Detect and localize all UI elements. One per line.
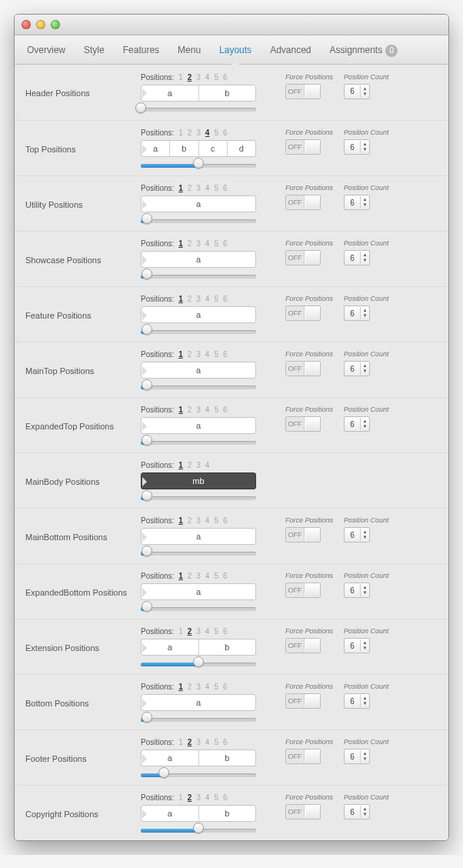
position-cell[interactable]: a: [142, 584, 255, 599]
position-count-stepper[interactable]: 6▲▼: [344, 139, 370, 155]
position-cells[interactable]: a: [141, 195, 256, 212]
tab-overview[interactable]: Overview: [18, 35, 75, 65]
width-slider[interactable]: [141, 439, 256, 446]
position-cells[interactable]: ab: [141, 639, 256, 656]
stepper-arrows-icon[interactable]: ▲▼: [360, 196, 369, 209]
position-count-stepper[interactable]: 6▲▼: [344, 583, 370, 598]
force-positions-toggle[interactable]: OFF: [285, 749, 321, 764]
width-slider[interactable]: [141, 272, 256, 280]
force-positions-toggle[interactable]: OFF: [285, 693, 321, 709]
width-slider[interactable]: [141, 771, 256, 779]
slider-knob[interactable]: [142, 546, 152, 556]
position-count-stepper[interactable]: 6▲▼: [344, 361, 370, 376]
slider-knob[interactable]: [193, 823, 204, 833]
position-count-stepper[interactable]: 6▲▼: [344, 804, 370, 820]
position-cell[interactable]: c: [199, 141, 228, 156]
width-slider[interactable]: [141, 716, 256, 723]
slider-knob[interactable]: [142, 601, 152, 612]
width-slider[interactable]: [141, 494, 256, 502]
position-cell[interactable]: b: [170, 141, 198, 156]
position-count-stepper[interactable]: 6▲▼: [344, 416, 370, 432]
slider-knob[interactable]: [142, 490, 152, 501]
slider-knob[interactable]: [158, 767, 169, 778]
tab-features[interactable]: Features: [114, 35, 168, 65]
slider-knob[interactable]: [142, 379, 152, 390]
position-cell[interactable]: b: [199, 750, 256, 766]
position-cell[interactable]: b: [199, 639, 256, 655]
position-cells[interactable]: ab: [141, 749, 256, 766]
position-cell[interactable]: d: [228, 141, 255, 156]
force-positions-toggle[interactable]: OFF: [285, 305, 321, 321]
position-cells[interactable]: a: [141, 528, 256, 545]
position-cell[interactable]: a: [142, 362, 255, 378]
tab-menu[interactable]: Menu: [168, 35, 210, 65]
force-positions-toggle[interactable]: OFF: [285, 139, 321, 155]
position-cell[interactable]: a: [142, 85, 199, 101]
stepper-arrows-icon[interactable]: ▲▼: [360, 529, 369, 541]
positions-selector[interactable]: Positions: 123456: [141, 73, 271, 82]
position-count-stepper[interactable]: 6▲▼: [344, 638, 370, 653]
position-count-stepper[interactable]: 6▲▼: [344, 250, 370, 265]
tab-assignments[interactable]: Assignments0: [321, 35, 408, 65]
stepper-arrows-icon[interactable]: ▲▼: [360, 750, 369, 763]
tab-style[interactable]: Style: [75, 35, 114, 65]
minimize-icon[interactable]: [36, 20, 45, 29]
position-count-stepper[interactable]: 6▲▼: [344, 305, 370, 321]
position-cell[interactable]: a: [142, 196, 255, 212]
slider-knob[interactable]: [142, 213, 152, 224]
positions-selector[interactable]: Positions: 123456: [141, 239, 271, 248]
slider-knob[interactable]: [142, 435, 152, 446]
slider-knob[interactable]: [142, 324, 152, 335]
stepper-arrows-icon[interactable]: ▲▼: [360, 584, 369, 596]
position-cells[interactable]: abcd: [141, 140, 256, 157]
position-cells[interactable]: a: [141, 306, 256, 323]
stepper-arrows-icon[interactable]: ▲▼: [360, 307, 369, 319]
positions-selector[interactable]: Positions: 123456: [141, 738, 271, 746]
slider-knob[interactable]: [142, 712, 152, 723]
position-cell[interactable]: a: [142, 806, 199, 821]
position-cell[interactable]: a: [142, 750, 199, 766]
position-cell[interactable]: a: [142, 252, 255, 267]
positions-selector[interactable]: Positions: 123456: [141, 572, 271, 580]
width-slider[interactable]: [141, 328, 256, 336]
position-count-stepper[interactable]: 6▲▼: [344, 749, 370, 764]
width-slider[interactable]: [141, 605, 256, 613]
position-count-stepper[interactable]: 6▲▼: [344, 84, 370, 99]
slider-knob[interactable]: [193, 656, 204, 667]
slider-knob[interactable]: [193, 158, 204, 169]
position-cells[interactable]: a: [141, 417, 256, 434]
width-slider[interactable]: [141, 549, 256, 557]
stepper-arrows-icon[interactable]: ▲▼: [360, 639, 369, 652]
position-cells[interactable]: a: [141, 694, 256, 711]
force-positions-toggle[interactable]: OFF: [285, 361, 321, 376]
width-slider[interactable]: [141, 162, 256, 169]
position-cells[interactable]: a: [141, 251, 256, 268]
stepper-arrows-icon[interactable]: ▲▼: [360, 695, 369, 707]
positions-selector[interactable]: Positions: 123456: [141, 683, 271, 691]
force-positions-toggle[interactable]: OFF: [285, 250, 321, 265]
position-cell[interactable]: mb: [142, 473, 255, 489]
position-cell[interactable]: a: [142, 307, 255, 322]
width-slider[interactable]: [141, 217, 256, 225]
position-cell[interactable]: a: [142, 529, 255, 544]
close-icon[interactable]: [22, 20, 31, 29]
positions-selector[interactable]: Positions: 123456: [141, 129, 271, 137]
positions-selector[interactable]: Positions: 123456: [141, 516, 271, 525]
zoom-icon[interactable]: [51, 20, 60, 29]
position-cell[interactable]: a: [142, 639, 199, 655]
position-cell[interactable]: b: [199, 806, 256, 821]
stepper-arrows-icon[interactable]: ▲▼: [360, 85, 369, 98]
slider-knob[interactable]: [142, 269, 152, 279]
stepper-arrows-icon[interactable]: ▲▼: [360, 418, 369, 430]
stepper-arrows-icon[interactable]: ▲▼: [360, 362, 369, 375]
position-cells[interactable]: ab: [141, 805, 256, 822]
force-positions-toggle[interactable]: OFF: [285, 84, 321, 99]
tab-advanced[interactable]: Advanced: [261, 35, 320, 65]
stepper-arrows-icon[interactable]: ▲▼: [360, 806, 369, 818]
force-positions-toggle[interactable]: OFF: [285, 638, 321, 653]
width-slider[interactable]: [141, 106, 256, 114]
positions-selector[interactable]: Positions: 123456: [141, 406, 271, 414]
stepper-arrows-icon[interactable]: ▲▼: [360, 252, 369, 264]
position-cells[interactable]: a: [141, 362, 256, 379]
positions-selector[interactable]: Positions: 123456: [141, 350, 271, 359]
